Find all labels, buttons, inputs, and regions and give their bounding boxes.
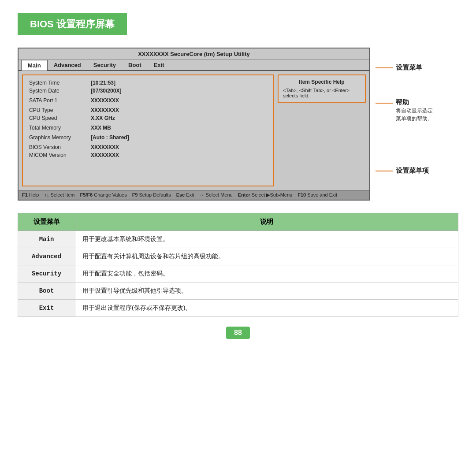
bios-titlebar: XXXXXXXX SecureCore (tm) Setup Utility	[19, 48, 369, 60]
key-enter: EnterSelect ▶Sub-Menu	[238, 192, 293, 198]
table-header-desc: 说明	[75, 213, 458, 231]
table-section: 设置菜单 说明 Main 用于更改基本系统和环境设置。 Advanced 用于配…	[18, 213, 458, 317]
key-f10: F10Save and Exit	[298, 192, 337, 198]
page-number-area: 88	[0, 327, 476, 339]
bios-bottombar: F1Help ↑↓Select Item F5/F6Change Values …	[19, 190, 369, 200]
bios-menubar: Main Advanced Security Boot Exit	[19, 60, 369, 71]
key-f9: F9Setup Defaults	[132, 192, 171, 198]
annotation-item: 设置菜单项	[376, 167, 458, 175]
table-cell-menu-boot: Boot	[18, 283, 75, 300]
bios-content: System Time [10:21:53] System Date [07/3…	[19, 71, 369, 190]
page-number-badge: 88	[226, 327, 250, 339]
field-memory-value: XXX MB	[91, 125, 111, 131]
table-cell-desc-advanced: 用于配置有关计算机周边设备和芯片组的高级功能。	[75, 248, 458, 265]
page-header-text: BIOS 设置程序屏幕	[30, 19, 115, 30]
key-arrows: ↑↓Select Item	[44, 192, 74, 198]
table-cell-desc-security: 用于配置安全功能，包括密码。	[75, 265, 458, 283]
field-system-time-label: System Time	[29, 80, 91, 86]
table-cell-menu-security: Security	[18, 265, 75, 283]
field-cpu-speed-value: X.XX GHz	[91, 115, 115, 121]
field-bios-value: XXXXXXXX	[91, 144, 119, 150]
table-row: Advanced 用于配置有关计算机周边设备和芯片组的高级功能。	[18, 248, 458, 265]
annotation-item-label: 设置菜单项	[396, 167, 429, 175]
field-memory-label: Total Memory	[29, 125, 91, 131]
table-row: Security 用于配置安全功能，包括密码。	[18, 265, 458, 283]
field-sata-label: SATA Port 1	[29, 97, 91, 104]
key-lr-arrows: ↔Select Menu	[200, 192, 233, 198]
annotation-menu: 设置菜单	[376, 63, 458, 72]
menu-item-boot[interactable]: Boot	[122, 60, 148, 70]
menu-item-main[interactable]: Main	[21, 60, 48, 71]
field-graphics-value: [Auto : Shared]	[91, 134, 129, 141]
bios-right-panel: Item Specific Help <Tab>, <Shift-Tab>, o…	[278, 74, 366, 186]
table-row: Exit 用于退出设置程序(保存或不保存更改)。	[18, 300, 458, 317]
help-content: <Tab>, <Shift-Tab>, or <Enter> selects f…	[283, 88, 361, 98]
menu-item-exit[interactable]: Exit	[148, 60, 171, 70]
table-cell-desc-main: 用于更改基本系统和环境设置。	[75, 231, 458, 248]
table-cell-menu-main: Main	[18, 231, 75, 248]
annotation-help: 帮助 将自动显示选定菜单项的帮助。	[376, 98, 458, 123]
field-bios-label: BIOS Version	[29, 144, 91, 150]
field-system-date-value: [07/30/200X]	[91, 88, 121, 94]
field-cpu-speed-label: CPU Speed	[29, 115, 91, 121]
page-header: BIOS 设置程序屏幕	[18, 13, 127, 35]
field-micom-value: XXXXXXXX	[91, 152, 119, 158]
table-header-menu: 设置菜单	[18, 213, 75, 231]
key-esc: EscExit	[176, 192, 194, 198]
table-row: Main 用于更改基本系统和环境设置。	[18, 231, 458, 248]
field-sata-value: XXXXXXXX	[91, 97, 119, 104]
bios-screenshot: XXXXXXXX SecureCore (tm) Setup Utility M…	[18, 48, 370, 201]
field-system-time-value: [10:21:53]	[91, 80, 115, 86]
field-graphics-label: Graphics Memory	[29, 134, 91, 141]
menu-item-security[interactable]: Security	[87, 60, 122, 70]
menu-item-advanced[interactable]: Advanced	[48, 60, 87, 70]
field-cpu-type-label: CPU Type	[29, 107, 91, 113]
table-cell-desc-exit: 用于退出设置程序(保存或不保存更改)。	[75, 300, 458, 317]
table-cell-desc-boot: 用于设置引导优先级和其他引导选项。	[75, 283, 458, 300]
annotation-help-label: 帮助	[396, 98, 433, 107]
annotation-menu-label: 设置菜单	[396, 63, 422, 72]
annotations: 设置菜单 帮助 将自动显示选定菜单项的帮助。 设置菜单项	[370, 48, 458, 175]
field-system-date-label: System Date	[29, 88, 91, 94]
help-title: Item Specific Help	[283, 79, 361, 85]
bios-left-panel: System Time [10:21:53] System Date [07/3…	[22, 74, 274, 186]
table-row: Boot 用于设置引导优先级和其他引导选项。	[18, 283, 458, 300]
field-cpu-type-value: XXXXXXXX	[91, 107, 119, 113]
table-cell-menu-exit: Exit	[18, 300, 75, 317]
menu-table: 设置菜单 说明 Main 用于更改基本系统和环境设置。 Advanced 用于配…	[18, 213, 458, 317]
annotation-help-sub: 将自动显示选定菜单项的帮助。	[396, 107, 433, 123]
table-cell-menu-advanced: Advanced	[18, 248, 75, 265]
key-f5f6: F5/F6Change Values	[80, 192, 127, 198]
field-micom-label: MICOM Version	[29, 152, 91, 158]
key-f1: F1Help	[22, 192, 39, 198]
bios-help-box: Item Specific Help <Tab>, <Shift-Tab>, o…	[278, 74, 366, 103]
